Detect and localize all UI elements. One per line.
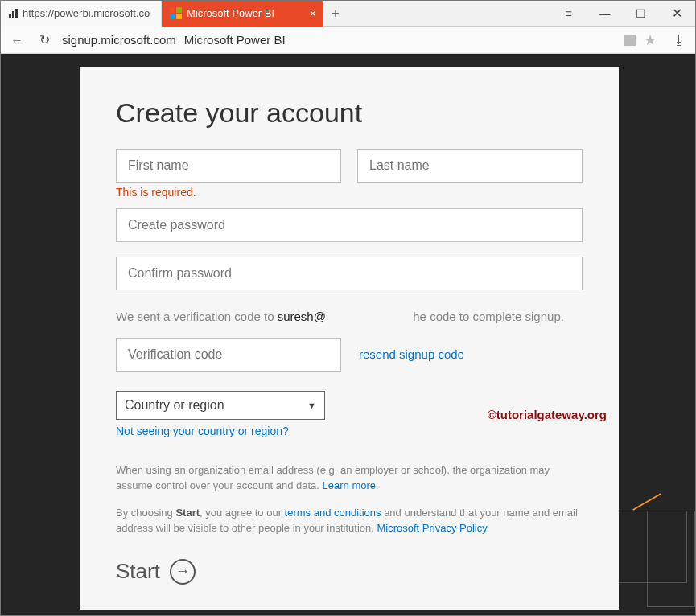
lock-icon [624,35,636,46]
close-tab-icon[interactable]: × [310,7,316,20]
start-label: Start [116,559,160,584]
legal-text-2: By choosing Start, you agree to our term… [116,505,583,536]
watermark-text: ©tutorialgateway.org [488,408,607,421]
minimize-button[interactable]: — [587,1,623,27]
first-name-input[interactable]: First name [116,149,341,183]
refresh-button[interactable]: ↻ [35,32,54,47]
chevron-down-icon: ▼ [307,400,316,410]
page-viewport: Create your account First name Last name… [1,54,695,615]
downloads-button[interactable]: ⭳ [669,33,689,47]
browser-toolbar: ← ↻ signup.microsoft.com Microsoft Power… [1,27,695,54]
terms-link[interactable]: terms and conditions [285,507,381,519]
browser-tab-inactive[interactable]: https://powerbi.microsoft.co [1,1,162,27]
legal-text-1: When using an organization email address… [116,462,583,494]
verification-sent-text: We sent a verification code to suresh@ h… [116,308,583,326]
favicon-bars-icon [9,9,18,18]
country-placeholder: Country or region [125,398,224,413]
country-region-select[interactable]: Country or region ▼ [116,391,325,420]
url-host: signup.microsoft.com [62,33,176,47]
last-name-input[interactable]: Last name [357,149,583,183]
country-help-link[interactable]: Not seeing your country or region? [116,425,289,437]
privacy-policy-link[interactable]: Microsoft Privacy Policy [377,522,487,534]
browser-tabstrip: https://powerbi.microsoft.co Microsoft P… [1,1,695,27]
verification-code-input[interactable]: Verification code [116,338,341,372]
close-window-button[interactable]: ✕ [659,1,695,27]
back-button[interactable]: ← [7,33,27,47]
confirm-password-input[interactable]: Confirm password [116,257,583,290]
verify-suffix: he code to complete signup. [413,310,564,323]
verify-prefix: We sent a verification code to [116,310,278,323]
start-button[interactable]: Start → [116,559,583,585]
new-tab-button[interactable]: + [323,6,348,21]
create-password-input[interactable]: Create password [116,208,583,242]
tab-label: https://powerbi.microsoft.co [23,7,150,19]
learn-more-link[interactable]: Learn more [323,479,376,491]
signup-card: Create your account First name Last name… [80,67,619,610]
page-title: Create your account [116,97,583,129]
url-title: Microsoft Power BI [184,33,286,47]
resend-code-link[interactable]: resend signup code [359,347,464,361]
favorite-star-icon[interactable]: ★ [644,31,657,49]
address-bar[interactable]: signup.microsoft.com Microsoft Power BI [62,33,616,47]
first-name-error: This is required. [116,186,583,199]
tab-label: Microsoft Power BI [187,7,274,19]
verify-email: suresh@ [278,310,326,323]
arrow-right-circle-icon: → [170,559,196,585]
browser-tab-active[interactable]: Microsoft Power BI × [162,1,323,27]
microsoft-logo-icon [170,7,182,19]
maximize-button[interactable]: ☐ [623,1,659,27]
menu-button[interactable]: ≡ [550,1,587,27]
